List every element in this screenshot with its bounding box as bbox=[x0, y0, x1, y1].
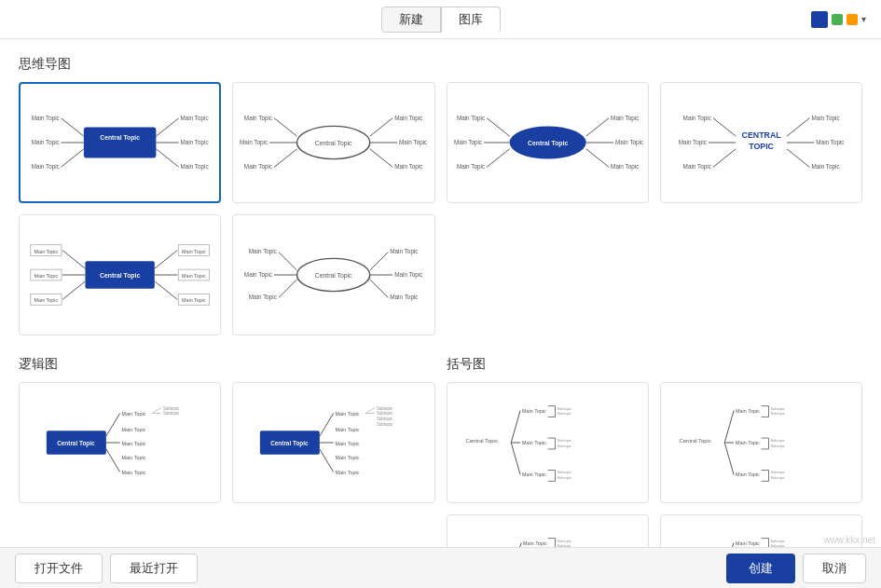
svg-line-30 bbox=[487, 118, 509, 137]
svg-text:Main Topic: Main Topic bbox=[181, 115, 209, 122]
color-dot-blue bbox=[811, 11, 828, 28]
color-dropdown-arrow[interactable]: ▾ bbox=[861, 14, 866, 24]
gallery-tab[interactable]: 图库 bbox=[441, 7, 501, 33]
svg-text:Main Topic: Main Topic bbox=[736, 440, 760, 445]
svg-text:Subtopic: Subtopic bbox=[770, 444, 784, 448]
svg-line-78 bbox=[279, 253, 297, 271]
svg-text:Main Topic: Main Topic bbox=[34, 273, 59, 279]
svg-text:CENTRAL: CENTRAL bbox=[741, 130, 781, 140]
svg-text:Main Topic: Main Topic bbox=[182, 297, 206, 303]
svg-line-114 bbox=[365, 408, 375, 414]
watermark: www.kkx.net bbox=[823, 535, 875, 545]
svg-text:Subtopic: Subtopic bbox=[377, 422, 393, 427]
cancel-button[interactable]: 取消 bbox=[803, 554, 866, 583]
svg-line-46 bbox=[713, 149, 736, 168]
svg-text:Subtopic: Subtopic bbox=[557, 411, 571, 416]
svg-line-38 bbox=[585, 149, 608, 168]
svg-line-60 bbox=[62, 281, 85, 300]
svg-text:Main Topic: Main Topic bbox=[249, 248, 277, 255]
svg-text:Subtopic: Subtopic bbox=[377, 411, 393, 416]
svg-line-121 bbox=[511, 411, 520, 443]
svg-text:Main Topic: Main Topic bbox=[816, 139, 844, 146]
svg-text:Central Topic: Central Topic bbox=[270, 440, 309, 447]
svg-text:Main Topic: Main Topic bbox=[244, 271, 272, 279]
svg-text:Main Topic: Main Topic bbox=[32, 139, 60, 146]
template-card-mm3[interactable]: Central Topic Main Topic Main Topic Main… bbox=[447, 82, 649, 203]
svg-text:Main Topic: Main Topic bbox=[736, 408, 760, 414]
svg-text:Main Topic: Main Topic bbox=[391, 248, 419, 255]
svg-text:Central Topic: Central Topic bbox=[528, 140, 568, 147]
template-card-mm5[interactable]: Central Topic Main Topic Main Topic Main… bbox=[19, 214, 221, 335]
svg-text:Subtopic: Subtopic bbox=[770, 470, 784, 474]
svg-text:Main Topic: Main Topic bbox=[336, 455, 360, 460]
color-dot-green bbox=[832, 14, 843, 25]
template-card-mm4[interactable]: CENTRAL TOPIC Main Topic Main Topic Main… bbox=[660, 82, 862, 203]
svg-line-80 bbox=[279, 280, 297, 298]
svg-text:Main Topic: Main Topic bbox=[336, 441, 360, 446]
svg-text:Main Topic: Main Topic bbox=[244, 115, 272, 122]
svg-line-94 bbox=[106, 449, 120, 472]
svg-text:Central Topic: Central Topic bbox=[315, 140, 352, 147]
open-file-button[interactable]: 打开文件 bbox=[15, 554, 103, 583]
svg-line-10 bbox=[156, 149, 178, 167]
svg-line-136 bbox=[724, 443, 734, 474]
section-bracket-title: 括号图 bbox=[447, 356, 863, 373]
svg-text:Subtopic: Subtopic bbox=[770, 539, 784, 543]
mm6-svg: Central Topic Main Topic Main Topic Main… bbox=[233, 215, 434, 335]
svg-line-18 bbox=[274, 149, 296, 168]
template-card-br3[interactable]: Central Topic Main Topic Main Topic Main… bbox=[447, 514, 649, 547]
svg-text:Subtopic: Subtopic bbox=[557, 539, 571, 543]
template-card-lg2[interactable]: Central Topic Main Topic Main Topic Main… bbox=[232, 382, 434, 503]
svg-line-108 bbox=[320, 449, 334, 472]
svg-text:Main Topic: Main Topic bbox=[182, 249, 206, 254]
svg-text:Main Topic: Main Topic bbox=[244, 163, 272, 171]
svg-text:Main Topic: Main Topic bbox=[682, 163, 710, 171]
svg-line-100 bbox=[152, 408, 161, 414]
template-card-br2[interactable]: Central Topic Main Topic Main Topic Main… bbox=[660, 382, 862, 503]
svg-line-16 bbox=[274, 118, 296, 137]
svg-line-123 bbox=[511, 443, 520, 474]
svg-line-52 bbox=[787, 149, 809, 168]
svg-line-24 bbox=[370, 149, 392, 168]
template-card-br1[interactable]: Central Topic Main Topic Main Topic Main… bbox=[447, 382, 649, 503]
svg-text:Main Topic: Main Topic bbox=[811, 163, 839, 171]
svg-text:Main Topic: Main Topic bbox=[32, 115, 60, 122]
template-card-lg1[interactable]: Central Topic Main Topic Main Topic Main… bbox=[19, 382, 221, 503]
svg-text:Main Topic: Main Topic bbox=[522, 472, 546, 477]
svg-text:Central Topic: Central Topic bbox=[315, 272, 352, 280]
svg-line-44 bbox=[713, 118, 736, 137]
recent-open-button[interactable]: 最近打开 bbox=[110, 554, 198, 583]
svg-text:Subtopic: Subtopic bbox=[163, 411, 180, 416]
svg-line-106 bbox=[320, 413, 334, 436]
mm4-svg: CENTRAL TOPIC Main Topic Main Topic Main… bbox=[661, 83, 861, 202]
svg-line-22 bbox=[370, 118, 392, 137]
svg-text:Main Topic: Main Topic bbox=[394, 163, 422, 171]
mm2-svg: Central Topic Main Topic Main Topic Main… bbox=[233, 83, 434, 202]
new-tab[interactable]: 新建 bbox=[381, 7, 441, 33]
bottom-right-actions: 创建 取消 bbox=[726, 554, 866, 583]
template-card-mm2[interactable]: Central Topic Main Topic Main Topic Main… bbox=[232, 82, 434, 203]
mm1-svg: Central Topic Main Topic Main Topic Main… bbox=[21, 84, 219, 201]
svg-line-67 bbox=[155, 251, 177, 269]
main-content: 思维导图 Central Topic Main Topic Main Topic… bbox=[0, 39, 881, 547]
svg-text:Subtopic: Subtopic bbox=[557, 475, 571, 480]
svg-text:Main Topic: Main Topic bbox=[181, 139, 209, 146]
svg-text:Main Topic: Main Topic bbox=[456, 163, 484, 171]
svg-text:Subtopic: Subtopic bbox=[557, 444, 571, 448]
svg-text:Main Topic: Main Topic bbox=[736, 540, 760, 546]
svg-text:Subtopic: Subtopic bbox=[377, 417, 393, 421]
svg-text:Subtopic: Subtopic bbox=[770, 438, 784, 443]
template-card-mm1[interactable]: Central Topic Main Topic Main Topic Main… bbox=[19, 82, 221, 203]
svg-text:Main Topic: Main Topic bbox=[523, 540, 547, 546]
svg-text:Main Topic: Main Topic bbox=[611, 163, 639, 171]
create-button[interactable]: 创建 bbox=[726, 554, 795, 583]
toolbar: 新建 图库 ▾ bbox=[0, 0, 881, 39]
svg-line-4 bbox=[62, 149, 84, 167]
svg-text:Main Topic: Main Topic bbox=[615, 139, 643, 146]
svg-text:Subtopic: Subtopic bbox=[557, 438, 571, 443]
logic-grid: Central Topic Main Topic Main Topic Main… bbox=[19, 382, 435, 503]
svg-text:Main Topic: Main Topic bbox=[682, 115, 710, 122]
svg-text:Main Topic: Main Topic bbox=[122, 441, 146, 446]
svg-text:Main Topic: Main Topic bbox=[394, 271, 422, 279]
template-card-mm6[interactable]: Central Topic Main Topic Main Topic Main… bbox=[232, 214, 434, 335]
